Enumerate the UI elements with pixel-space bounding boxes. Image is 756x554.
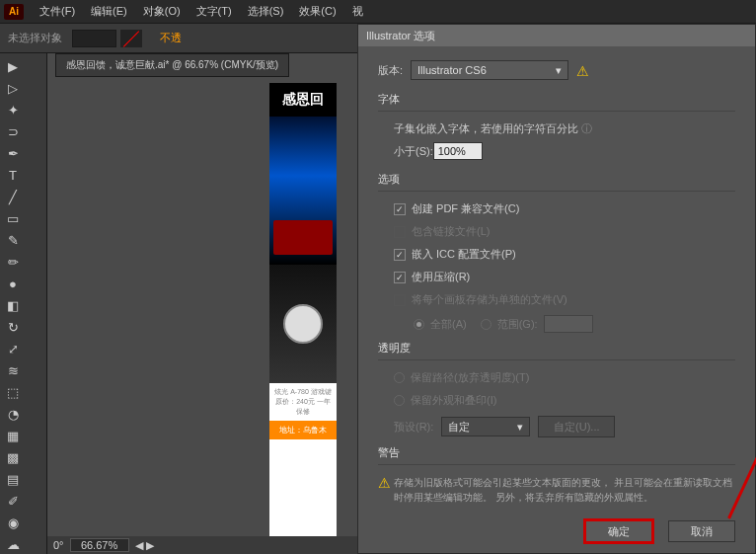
menu-view[interactable]: 视 xyxy=(344,4,371,19)
warning-section-title: 警告 xyxy=(378,445,735,460)
fonts-less-label: 小于(S): xyxy=(394,144,433,159)
toolbox: ▶ ▷ ✦ ⊃ ✒ T ╱ ▭ ✎ ✏ ● ◧ ↻ ⤢ ≋ ⬚ ◔ ▦ ▩ ▤ … xyxy=(0,53,47,554)
lasso-tool[interactable]: ⊃ xyxy=(2,120,24,142)
menu-file[interactable]: 文件(F) xyxy=(32,4,83,19)
app-logo: Ai xyxy=(4,4,24,20)
width-tool[interactable]: ≋ xyxy=(2,359,24,381)
rect-tool[interactable]: ▭ xyxy=(2,207,24,229)
dialog-title: Illustrator 选项 xyxy=(358,25,755,46)
rotate-tool[interactable]: ↻ xyxy=(2,316,24,338)
ad-image-2 xyxy=(269,265,337,383)
ok-button[interactable]: 确定 xyxy=(585,520,652,542)
illustrator-options-dialog: Illustrator 选项 版本: Illustrator CS6▾ ⚠ 字体… xyxy=(357,24,756,554)
document-tab[interactable]: 感恩回馈，诚意巨献.ai* @ 66.67% (CMYK/预览) xyxy=(55,53,289,77)
all-radio xyxy=(414,319,424,330)
fill-field[interactable] xyxy=(72,30,116,47)
range-label: 范围(G): xyxy=(497,317,538,332)
compress-label: 使用压缩(R) xyxy=(412,270,470,284)
range-radio xyxy=(481,319,491,330)
warning-text-1: 存储为旧版格式可能会引起某些文本版面的更改， 并且可能会在重新读取文档时停用某些… xyxy=(394,475,735,505)
ad-headline: 感恩回 xyxy=(269,83,337,117)
direct-select-tool[interactable]: ▷ xyxy=(2,77,24,99)
shape-builder-tool[interactable]: ◔ xyxy=(2,403,24,425)
keep-paths-label: 保留路径(放弃透明度)(T) xyxy=(411,370,529,385)
nav-arrows[interactable]: ◀ ▶ xyxy=(135,539,154,552)
ad-small-text: 炫光 A-780 游戏键 原价：240元 一年保修 xyxy=(269,383,337,421)
version-select[interactable]: Illustrator CS6▾ xyxy=(411,60,568,80)
fonts-section-title: 字体 xyxy=(378,92,735,107)
ad-footer: 地址：乌鲁木 xyxy=(269,421,337,439)
pencil-tool[interactable]: ✏ xyxy=(2,251,24,273)
menu-edit[interactable]: 编辑(E) xyxy=(83,4,135,19)
selection-tool[interactable]: ▶ xyxy=(2,55,24,77)
pdf-checkbox[interactable]: ✓ xyxy=(394,203,406,215)
gradient-tool[interactable]: ▤ xyxy=(2,468,24,490)
info-icon: ⓘ xyxy=(581,122,592,134)
pdf-label: 创建 PDF 兼容文件(C) xyxy=(412,201,519,216)
wand-tool[interactable]: ✦ xyxy=(2,99,24,120)
all-label: 全部(A) xyxy=(430,317,467,332)
mesh-tool[interactable]: ▩ xyxy=(2,446,24,468)
options-section-title: 选项 xyxy=(378,172,735,187)
keep-appear-radio xyxy=(394,395,405,406)
fonts-desc: 子集化嵌入字体，若使用的字符百分比 xyxy=(394,122,578,134)
zoom-field[interactable]: 66.67% xyxy=(70,538,129,552)
menu-select[interactable]: 选择(S) xyxy=(240,4,292,19)
icc-checkbox[interactable]: ✓ xyxy=(394,249,406,261)
scale-tool[interactable]: ⤢ xyxy=(2,338,24,359)
menu-bar: Ai 文件(F) 编辑(E) 对象(O) 文字(T) 选择(S) 效果(C) 视 xyxy=(0,0,756,24)
blend-tool[interactable]: ◉ xyxy=(2,512,24,533)
warning-icon: ⚠ xyxy=(576,63,590,77)
icc-label: 嵌入 ICC 配置文件(P) xyxy=(412,247,516,262)
compress-checkbox[interactable]: ✓ xyxy=(394,272,406,283)
perspective-tool[interactable]: ▦ xyxy=(2,425,24,446)
keep-appear-label: 保留外观和叠印(I) xyxy=(411,393,496,408)
line-tool[interactable]: ╱ xyxy=(2,186,24,207)
stroke-swatch[interactable] xyxy=(120,30,142,47)
link-checkbox xyxy=(394,226,406,238)
type-tool[interactable]: T xyxy=(2,164,24,186)
menu-type[interactable]: 文字(T) xyxy=(189,4,240,19)
fonts-percent-input[interactable] xyxy=(433,142,483,160)
selection-status: 未选择对象 xyxy=(8,31,62,45)
chevron-down-icon: ▾ xyxy=(556,64,562,77)
custom-preset-button: 自定(U)... xyxy=(538,416,615,437)
ad-image-1 xyxy=(269,117,337,265)
symbol-tool[interactable]: ☁ xyxy=(2,533,24,554)
menu-effect[interactable]: 效果(C) xyxy=(291,4,343,19)
warning-icon: ⚠ xyxy=(378,475,391,491)
preset-select: 自定▾ xyxy=(441,417,530,436)
artboard: 感恩回 炫光 A-780 游戏键 原价：240元 一年保修 地址：乌鲁木 xyxy=(269,83,337,554)
eraser-tool[interactable]: ◧ xyxy=(2,294,24,316)
status-label: 0° xyxy=(53,539,64,551)
version-label: 版本: xyxy=(378,63,403,78)
brush-tool[interactable]: ✎ xyxy=(2,229,24,251)
free-transform-tool[interactable]: ⬚ xyxy=(2,381,24,403)
artboard-label: 将每个画板存储为单独的文件(V) xyxy=(412,292,567,307)
link-label: 包含链接文件(L) xyxy=(412,224,490,239)
cancel-button[interactable]: 取消 xyxy=(668,520,735,542)
keep-paths-radio xyxy=(394,372,405,383)
menu-object[interactable]: 对象(O) xyxy=(135,4,189,19)
preset-label: 预设(R): xyxy=(394,420,433,435)
eyedropper-tool[interactable]: ✐ xyxy=(2,490,24,512)
pen-tool[interactable]: ✒ xyxy=(2,142,24,164)
range-input xyxy=(544,315,593,333)
artboard-checkbox xyxy=(394,294,406,306)
opacity-label: 不透 xyxy=(160,31,182,45)
blob-tool[interactable]: ● xyxy=(2,273,24,294)
transparency-section-title: 透明度 xyxy=(378,341,735,356)
